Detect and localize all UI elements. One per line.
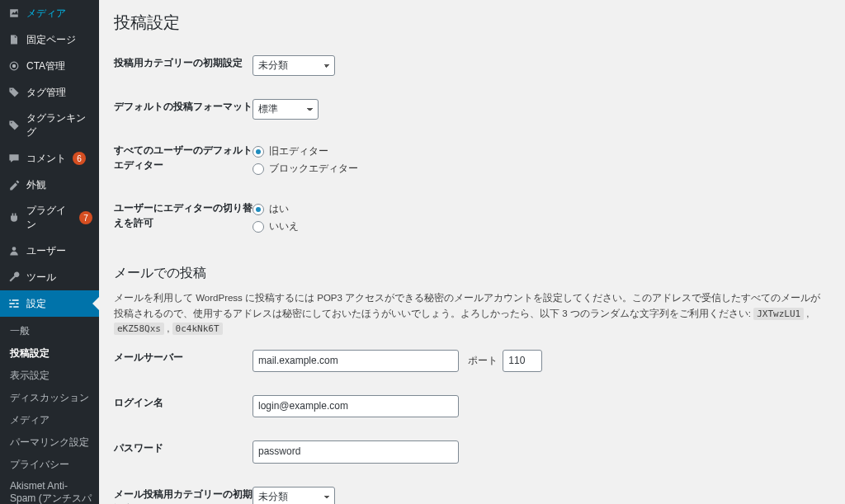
- select-default-category[interactable]: 未分類: [253, 55, 335, 76]
- sidebar-item-label: タグ管理: [26, 86, 66, 100]
- sidebar-item-user[interactable]: ユーザー: [0, 238, 99, 264]
- sidebar-item-label: ユーザー: [26, 244, 66, 258]
- select-default-format[interactable]: 標準: [253, 99, 319, 120]
- row-default-category: 投稿用カテゴリーの初期設定 未分類: [114, 44, 828, 87]
- sidebar-sub-akismet[interactable]: Akismet Anti-Spam (アンチスパム): [0, 476, 99, 504]
- radio-switch-yes-input[interactable]: [253, 204, 264, 215]
- radio-editor-classic-label: 旧エディター: [269, 144, 328, 158]
- sidebar-sub-writing[interactable]: 投稿設定: [0, 342, 99, 365]
- sidebar-settings-submenu: 一般投稿設定表示設定ディスカッションメディアパーマリンク設定プライバシーAkis…: [0, 317, 99, 504]
- page-icon: [7, 32, 21, 47]
- user-icon: [7, 243, 21, 258]
- radio-switch-yes[interactable]: はい: [253, 200, 828, 218]
- mail-random-1: eKZ58Qxs: [114, 323, 164, 335]
- section-heading-mail: メールでの投稿: [114, 257, 828, 287]
- radio-editor-block-input[interactable]: [253, 163, 264, 175]
- app-root: メディア固定ページCTA管理タグ管理タグランキングコメント6外観プラグイン7ユー…: [0, 0, 845, 504]
- label-mail-category: メール投稿用カテゴリーの初期設定: [114, 487, 253, 504]
- label-mail-server: メールサーバー: [114, 350, 253, 365]
- cta-icon: [7, 59, 21, 73]
- label-default-format: デフォルトの投稿フォーマット: [114, 99, 253, 114]
- sidebar-item-tagrank[interactable]: タグランキング: [0, 106, 99, 145]
- media-icon: [7, 6, 21, 21]
- radio-editor-classic[interactable]: 旧エディター: [253, 143, 828, 160]
- input-mail-pass[interactable]: [253, 440, 459, 463]
- svg-point-1: [12, 64, 15, 67]
- sidebar-sub-media2[interactable]: メディア: [0, 409, 99, 431]
- label-mail-port: ポート: [468, 354, 498, 368]
- sliders-icon: [7, 296, 21, 311]
- sidebar-item-settings[interactable]: 設定: [0, 290, 99, 317]
- sidebar-item-label: メディア: [26, 7, 66, 21]
- sidebar-badge: 7: [79, 211, 92, 224]
- sidebar-item-label: 外観: [26, 178, 46, 192]
- row-mail-login: ログイン名: [114, 384, 828, 429]
- select-mail-category[interactable]: 未分類: [253, 487, 335, 504]
- radio-switch-no-input[interactable]: [253, 221, 264, 233]
- comment-icon: [7, 151, 21, 166]
- appearance-icon: [7, 177, 21, 192]
- tag-icon: [7, 85, 21, 100]
- label-default-editor: すべてのユーザーのデフォルトエディター: [114, 143, 253, 172]
- input-mail-port[interactable]: [503, 350, 542, 372]
- sidebar-item-media[interactable]: メディア: [0, 0, 99, 26]
- sidebar-sub-privacy[interactable]: プライバシー: [0, 454, 99, 476]
- radio-editor-block-label: ブロックエディター: [269, 162, 358, 176]
- label-default-category: 投稿用カテゴリーの初期設定: [114, 55, 253, 70]
- admin-sidebar: メディア固定ページCTA管理タグ管理タグランキングコメント6外観プラグイン7ユー…: [0, 0, 99, 504]
- radio-switch-no[interactable]: いいえ: [253, 218, 828, 235]
- sidebar-badge: 6: [73, 152, 86, 165]
- row-mail-pass: パスワード: [114, 429, 828, 474]
- sidebar-item-plugin[interactable]: プラグイン7: [0, 198, 99, 238]
- mail-desc-text: メールを利用して WordPress に投稿するには POP3 アクセスができる…: [114, 293, 820, 318]
- sidebar-item-comment[interactable]: コメント6: [0, 145, 99, 172]
- row-default-editor: すべてのユーザーのデフォルトエディター 旧エディター ブロックエディター: [114, 131, 828, 189]
- sidebar-sub-discussion[interactable]: ディスカッション: [0, 387, 99, 409]
- settings-writing-page: 投稿設定 投稿用カテゴリーの初期設定 未分類 デフォルトの投稿フォーマット 標準…: [99, 0, 845, 504]
- radio-switch-no-label: いいえ: [269, 219, 299, 233]
- label-allow-switch: ユーザーにエディターの切り替えを許可: [114, 200, 253, 230]
- sidebar-item-page[interactable]: 固定ページ: [0, 26, 99, 53]
- tagrank-icon: [7, 118, 21, 133]
- tool-icon: [7, 270, 21, 285]
- sidebar-item-label: コメント: [26, 152, 66, 166]
- input-mail-server[interactable]: [253, 350, 459, 372]
- sidebar-item-label: ツール: [26, 271, 56, 285]
- radio-editor-block[interactable]: ブロックエディター: [253, 160, 828, 177]
- sidebar-item-tool[interactable]: ツール: [0, 264, 99, 290]
- sidebar-sub-general[interactable]: 一般: [0, 320, 99, 342]
- mail-description: メールを利用して WordPress に投稿するには POP3 アクセスができる…: [114, 287, 828, 338]
- radio-editor-classic-input[interactable]: [253, 146, 264, 158]
- row-mail-category: メール投稿用カテゴリーの初期設定 未分類: [114, 475, 828, 504]
- sidebar-sub-reading[interactable]: 表示設定: [0, 365, 99, 387]
- label-mail-pass: パスワード: [114, 440, 253, 455]
- input-mail-login[interactable]: [253, 395, 459, 417]
- page-title: 投稿設定: [114, 0, 828, 44]
- mail-random-2: 0c4kNk6T: [172, 323, 223, 335]
- sidebar-item-label: CTA管理: [26, 59, 65, 73]
- row-mail-server: メールサーバー ポート: [114, 338, 828, 384]
- row-allow-switch: ユーザーにエディターの切り替えを許可 はい いいえ: [114, 189, 828, 247]
- sidebar-item-label: 設定: [26, 297, 46, 311]
- label-mail-login: ログイン名: [114, 395, 253, 410]
- sidebar-item-label: 固定ページ: [26, 33, 76, 47]
- radio-switch-yes-label: はい: [269, 202, 289, 216]
- row-default-format: デフォルトの投稿フォーマット 標準: [114, 87, 828, 131]
- sidebar-sub-permalink[interactable]: パーマリンク設定: [0, 431, 99, 454]
- sidebar-item-appearance[interactable]: 外観: [0, 172, 99, 198]
- mail-random-0: JXTwzLU1: [753, 308, 804, 320]
- sidebar-main-menu: メディア固定ページCTA管理タグ管理タグランキングコメント6外観プラグイン7ユー…: [0, 0, 99, 290]
- sidebar-item-label: プラグイン: [26, 204, 73, 232]
- sidebar-item-label: タグランキング: [26, 111, 92, 139]
- plugin-icon: [7, 210, 21, 225]
- sidebar-item-tag[interactable]: タグ管理: [0, 79, 99, 106]
- sidebar-item-cta[interactable]: CTA管理: [0, 53, 99, 79]
